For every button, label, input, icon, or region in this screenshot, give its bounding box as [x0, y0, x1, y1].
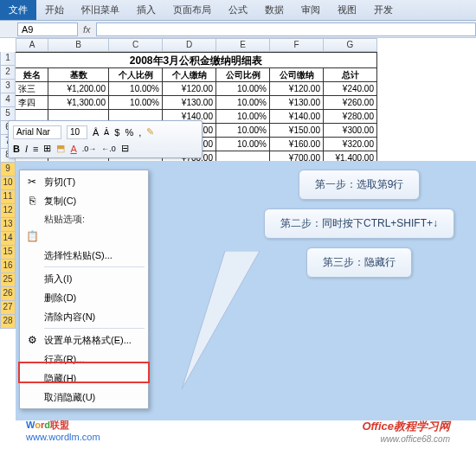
- menu-paste-special[interactable]: 选择性粘贴(S)...: [22, 246, 146, 265]
- copy-icon: ⎘: [25, 194, 39, 208]
- currency-icon[interactable]: $: [114, 127, 119, 138]
- column-headers: ABCDEFG: [16, 38, 476, 52]
- sheet-title: 2008年3月公积金缴纳明细表: [16, 52, 377, 68]
- menu-insert[interactable]: 插入(I): [22, 269, 146, 288]
- border-icon[interactable]: ⊞: [43, 143, 51, 154]
- menu-copy[interactable]: ⎘复制(C): [22, 191, 146, 210]
- paste-icon: 📋: [25, 229, 39, 243]
- row-4[interactable]: 4: [0, 93, 16, 107]
- url-left: www.wordlm.com: [26, 432, 100, 442]
- comma-icon[interactable]: ,: [138, 127, 141, 138]
- tab-insert[interactable]: 插入: [128, 0, 164, 20]
- decimal-dec-icon[interactable]: ←.0: [101, 144, 116, 153]
- step-1: 第一步：选取第9行: [299, 170, 421, 200]
- italic-icon[interactable]: I: [25, 144, 28, 154]
- tab-home[interactable]: 开始: [36, 0, 73, 20]
- menu-row-height[interactable]: 行高(R)...: [22, 350, 146, 369]
- font-size[interactable]: 10: [67, 125, 87, 139]
- fx-icon[interactable]: fx: [83, 24, 91, 35]
- tab-layout[interactable]: 页面布局: [164, 0, 220, 20]
- tab-view[interactable]: 视图: [329, 0, 365, 20]
- row-25[interactable]: 25: [0, 273, 16, 287]
- row-3[interactable]: 3: [0, 80, 16, 93]
- decimal-inc-icon[interactable]: .0→: [82, 144, 97, 153]
- menu-paste[interactable]: 📋: [22, 227, 146, 246]
- row-2[interactable]: 2: [0, 66, 16, 80]
- col-G[interactable]: G: [324, 38, 377, 52]
- name-box[interactable]: [17, 22, 78, 36]
- row-11[interactable]: 11: [0, 190, 16, 204]
- tab-review[interactable]: 审阅: [293, 0, 329, 20]
- col-E[interactable]: E: [216, 38, 270, 52]
- bold-icon[interactable]: B: [13, 144, 20, 154]
- instruction-callouts: 第一步：选取第9行 第二步：同时按下CTRL+SHIFT+↓ 第三步：隐藏行: [264, 170, 454, 278]
- row-1[interactable]: 1: [0, 52, 16, 66]
- menu-cut[interactable]: ✂剪切(T): [22, 172, 146, 191]
- col-B[interactable]: B: [48, 38, 109, 52]
- tab-formula[interactable]: 公式: [220, 0, 256, 20]
- tab-dev[interactable]: 开发: [365, 0, 402, 20]
- row-12[interactable]: 12: [0, 204, 16, 218]
- row-9[interactable]: 9: [0, 163, 16, 176]
- step-3: 第三步：隐藏行: [306, 247, 412, 278]
- formula-bar[interactable]: [96, 22, 476, 36]
- col-F[interactable]: F: [270, 38, 324, 52]
- brand-left: Word联盟: [26, 419, 100, 432]
- menu-delete[interactable]: 删除(D): [22, 288, 146, 307]
- ribbon: 文件 开始 怀旧菜单 插入 页面布局 公式 数据 审阅 视图 开发: [0, 0, 476, 21]
- svg-marker-0: [182, 251, 260, 389]
- menu-clear[interactable]: 清除内容(N): [22, 307, 146, 326]
- tab-legacy[interactable]: 怀旧菜单: [73, 0, 128, 20]
- brand-right: Office教程学习网: [362, 419, 450, 434]
- align-icon[interactable]: ≡: [33, 144, 38, 154]
- fill-color-icon[interactable]: ⬒: [56, 143, 65, 154]
- grow-font-icon[interactable]: Â: [93, 127, 99, 138]
- mini-toolbar: Arial Nar 10 Â Ǎ $ % , ✎ B I ≡ ⊞ ⬒ A .…: [8, 120, 203, 158]
- row-26[interactable]: 26: [0, 287, 16, 301]
- paste-options-label: 粘贴选项:: [22, 210, 146, 227]
- step-2: 第二步：同时按下CTRL+SHIFT+↓: [264, 208, 454, 239]
- row-16[interactable]: 16: [0, 260, 16, 273]
- menu-unhide[interactable]: 取消隐藏(U): [22, 388, 146, 407]
- footer: Word联盟 www.wordlm.com Office教程学习网 www.of…: [0, 419, 476, 444]
- context-menu: ✂剪切(T) ⎘复制(C) 粘贴选项: 📋 选择性粘贴(S)... 插入(I) …: [19, 170, 149, 409]
- shrink-font-icon[interactable]: Ǎ: [104, 128, 109, 137]
- row-5[interactable]: 5: [0, 107, 16, 121]
- row-15[interactable]: 15: [0, 246, 16, 260]
- row-28[interactable]: 28: [0, 315, 16, 329]
- row-10[interactable]: 10: [0, 176, 16, 190]
- col-A[interactable]: A: [16, 38, 48, 52]
- font-color-icon[interactable]: A: [70, 144, 76, 154]
- font-selector[interactable]: Arial Nar: [13, 125, 61, 139]
- menu-format-cells[interactable]: ⚙设置单元格格式(E)...: [22, 330, 146, 350]
- row-27[interactable]: 27: [0, 301, 16, 315]
- percent-icon[interactable]: %: [125, 127, 133, 138]
- cut-icon: ✂: [25, 175, 39, 189]
- format-painter-icon[interactable]: ✎: [146, 126, 154, 138]
- tab-data[interactable]: 数据: [256, 0, 293, 20]
- menu-hide[interactable]: 隐藏(H): [22, 369, 146, 388]
- row-13[interactable]: 13: [0, 218, 16, 232]
- row-14[interactable]: 14: [0, 232, 16, 246]
- url-right: www.office68.com: [362, 434, 450, 444]
- tab-file[interactable]: 文件: [0, 0, 36, 20]
- col-D[interactable]: D: [163, 38, 216, 52]
- formula-bar-row: fx: [0, 21, 476, 38]
- format-icon: ⚙: [25, 333, 39, 347]
- row-headers: 1234567891011121314151625262728: [0, 52, 16, 329]
- merge-icon[interactable]: ⊟: [121, 143, 129, 154]
- col-C[interactable]: C: [109, 38, 163, 52]
